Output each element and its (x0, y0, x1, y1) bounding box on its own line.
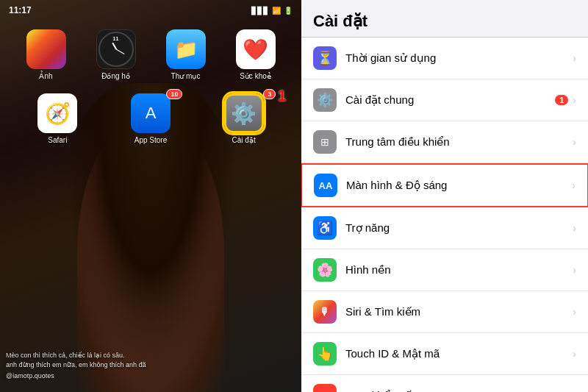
appstore-symbol: A (146, 104, 157, 123)
siri-label: Siri & Tìm kiếm (345, 305, 573, 318)
wallpaper-right: › (573, 264, 576, 276)
chevron-icon-7: › (573, 348, 576, 360)
safari-label: Safari (48, 136, 67, 144)
photos-label: Ảnh (39, 72, 52, 80)
gear-small-icon: ⚙️ (317, 92, 333, 108)
settings-item-touchid[interactable]: 👆 Touch ID & Mật mã › (301, 333, 588, 375)
app-row-1: Ảnh 11 Đồng hồ 📁 Thư mục (11, 29, 290, 80)
chevron-icon-2: › (573, 136, 576, 148)
settings-item-screen-time[interactable]: ⏳ Thời gian sử dụng › (301, 38, 588, 79)
status-time: 11:17 (9, 5, 32, 15)
settings-panel: Cài đặt ⏳ Thời gian sử dụng › ⚙️ Cài đặt… (301, 0, 588, 392)
chevron-icon-6: › (573, 306, 576, 318)
siri-right: › (573, 306, 576, 318)
folder-icon: 📁 (166, 29, 206, 69)
app-photos[interactable]: Ảnh (18, 29, 74, 80)
settings-item-sos[interactable]: SOS SOS khẩn cấp › (301, 375, 588, 392)
accessibility-label: Trợ năng (345, 221, 573, 235)
clock-display: 11 (113, 36, 119, 41)
minute-hand (115, 49, 124, 54)
screen-time-right: › (573, 52, 576, 64)
control-center-right: › (573, 136, 576, 148)
siri-symbol-icon: 🎙 (320, 306, 330, 318)
wallpaper-label: Hình nền (345, 263, 573, 277)
wallpaper-icon: 🌸 (313, 258, 337, 282)
chevron-icon-5: › (573, 264, 576, 276)
status-icons: ▊▊▊ 📶 🔋 (251, 7, 293, 15)
health-label: Sức khoẻ (240, 72, 271, 80)
app-clock[interactable]: 11 Đồng hồ (88, 29, 143, 80)
screen-time-label: Thời gian sử dụng (345, 51, 573, 65)
touchid-icon: 👆 (313, 342, 337, 366)
person-circle-icon: ♿ (317, 220, 333, 236)
app-appstore[interactable]: A 10 App Store (123, 93, 178, 144)
bottom-text-area: Mèo con thì thích cá, chiếc lá lại có sâ… (6, 351, 295, 381)
flower-icon: 🌸 (317, 262, 333, 278)
settings-item-control-center[interactable]: ⊞ Trung tâm điều khiển › (301, 121, 588, 163)
poem-line-2: anh đừng thích em nữa, em không thích an… (6, 360, 295, 370)
annotation-number-1: 1 (278, 88, 286, 104)
clock-label: Đồng hồ (101, 72, 130, 80)
poem-line-1: Mèo con thì thích cá, chiếc lá lại có sâ… (6, 351, 295, 360)
display-label: Màn hình & Độ sáng (346, 179, 572, 192)
sos-label: SOS khẩn cấp (345, 389, 573, 392)
touchid-right: › (573, 348, 576, 360)
control-center-label: Trung tâm điều khiển (345, 135, 573, 149)
clock-icon: 11 (96, 29, 136, 69)
settings-item-display[interactable]: AA Màn hình & Độ sáng › 2 (301, 163, 588, 207)
status-bar: 11:17 ▊▊▊ 📶 🔋 (0, 0, 301, 21)
safari-icon: 🧭 (37, 93, 77, 133)
accessibility-right: › (573, 222, 576, 234)
photos-icon (26, 29, 66, 69)
chevron-icon-4: › (573, 222, 576, 234)
fingerprint-icon: 👆 (317, 346, 333, 362)
settings-title: Cài đặt (313, 12, 576, 31)
settings-section: ⏳ Thời gian sử dụng › ⚙️ Cài đặt chung 1… (301, 38, 588, 392)
clock-face: 11 (98, 32, 134, 67)
screen-time-icon: ⏳ (313, 46, 337, 70)
siri-icon: 🎙 (313, 300, 337, 324)
chevron-icon-0: › (573, 52, 576, 64)
app-grid: Ảnh 11 Đồng hồ 📁 Thư mục (0, 22, 301, 165)
display-right: › (572, 179, 576, 191)
settings-item-general[interactable]: ⚙️ Cài đặt chung 1 › (301, 79, 588, 121)
display-icon: AA (314, 174, 337, 197)
settings-item-siri[interactable]: 🎙 Siri & Tìm kiếm › (301, 291, 588, 333)
app-row-2: 🧭 Safari A 10 App Store ⚙️ 3 1 Cài đặt (11, 93, 290, 144)
general-badge: 1 (555, 95, 568, 105)
wifi-icon: 📶 (272, 7, 281, 15)
app-folder[interactable]: 📁 Thư mục (158, 29, 213, 80)
health-icon: ❤️ (236, 29, 276, 69)
settings-label: Cài đặt (232, 136, 256, 144)
display-aa-icon: AA (319, 180, 333, 191)
settings-app-icon: ⚙️ (224, 93, 264, 133)
settings-item-accessibility[interactable]: ♿ Trợ năng › (301, 207, 588, 249)
settings-item-wallpaper[interactable]: 🌸 Hình nền › (301, 249, 588, 291)
sos-icon: SOS (313, 384, 337, 392)
control-center-icon: ⊞ (313, 130, 337, 154)
sliders-icon: ⊞ (320, 136, 329, 148)
settings-header: Cài đặt (301, 0, 588, 38)
watermark: @iamotp.quotes (6, 371, 295, 381)
chevron-icon-1: › (573, 94, 576, 106)
appstore-icon: A (131, 93, 171, 133)
general-right: 1 › (555, 94, 576, 106)
appstore-badge: 10 (166, 89, 182, 99)
signal-icon: ▊▊▊ (251, 7, 269, 15)
general-label: Cài đặt chung (345, 93, 555, 107)
chevron-icon-3: › (572, 179, 576, 191)
iphone-screen: 11:17 ▊▊▊ 📶 🔋 Ảnh 11 Đồng (0, 0, 301, 392)
app-settings[interactable]: ⚙️ 3 1 Cài đặt (216, 93, 271, 144)
appstore-label: App Store (135, 136, 167, 144)
settings-badge: 3 (263, 89, 276, 99)
app-health[interactable]: ❤️ Sức khoẻ (228, 29, 283, 80)
battery-icon: 🔋 (284, 7, 293, 15)
app-safari[interactable]: 🧭 Safari (30, 93, 85, 144)
folder-label: Thư mục (171, 72, 201, 80)
general-icon: ⚙️ (313, 88, 337, 112)
accessibility-icon: ♿ (313, 216, 337, 240)
settings-gear-icon: ⚙️ (231, 101, 257, 126)
touchid-label: Touch ID & Mật mã (345, 347, 573, 360)
hourglass-icon: ⏳ (317, 50, 333, 66)
